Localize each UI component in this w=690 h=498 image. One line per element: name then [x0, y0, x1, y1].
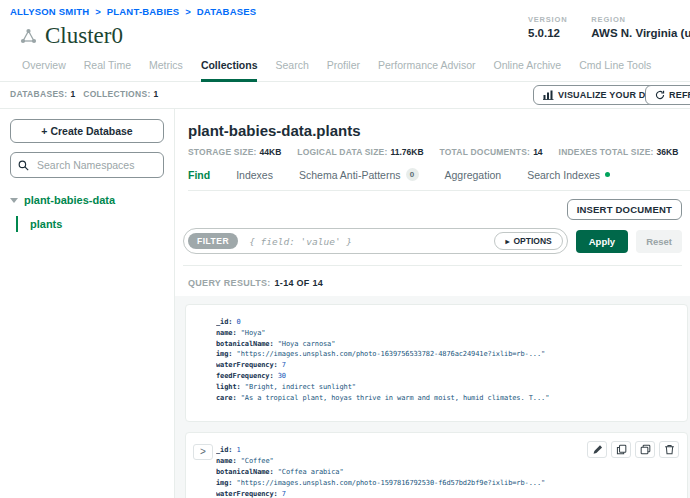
document-field-waterFrequency: waterFrequency: 7 — [216, 489, 677, 498]
stat-label: INDEXES TOTAL SIZE: — [559, 147, 654, 157]
subtab-label: Schema Anti-Patterns — [299, 169, 401, 181]
field-key: feedFrequency — [216, 372, 270, 380]
subtab-find[interactable]: Find — [188, 169, 210, 181]
document-card: > — [185, 432, 688, 498]
subtab-label: Find — [188, 169, 210, 181]
field-value: 30 — [278, 372, 286, 380]
document-actions — [587, 441, 679, 458]
breadcrumb-item-allyson-smith[interactable]: ALLYSON SMITH — [10, 6, 89, 17]
chevron-down-icon[interactable] — [10, 198, 18, 203]
stat-value: 44KB — [260, 147, 282, 157]
refresh-icon — [655, 90, 665, 100]
field-value: "As a tropical plant, hoyas thrive in wa… — [241, 394, 550, 402]
results-area: _id: 0name: "Hoya"botanicalName: "Hoya c… — [175, 296, 690, 498]
breadcrumb-separator: > — [182, 6, 193, 17]
document-field-img: img: "https://images.unsplash.com/photo-… — [216, 349, 677, 360]
field-value: 0 — [237, 318, 241, 326]
document-field-_id: _id: 0 — [216, 317, 677, 328]
field-key: img — [216, 350, 228, 358]
bar-chart-icon — [543, 90, 554, 100]
subtab-badge: 0 — [406, 168, 419, 181]
stat-value: 14 — [533, 147, 542, 157]
filter-input[interactable] — [247, 235, 494, 248]
filter-badge: FILTER — [188, 233, 238, 249]
tab-real-time[interactable]: Real Time — [84, 59, 131, 81]
collection-stat: LOGICAL DATA SIZE:11.76KB — [297, 147, 423, 157]
status-dot — [605, 172, 610, 177]
collection-title: plant-babies-data.plants — [188, 122, 690, 139]
trash-icon — [664, 444, 675, 455]
collection-subtabs: FindIndexesSchema Anti-Patterns0Aggregat… — [188, 168, 690, 191]
expand-document-button[interactable]: > — [193, 444, 213, 460]
collection-name: plants — [30, 218, 62, 230]
field-colon: : — [232, 457, 240, 465]
namespace-counts: DATABASES:1COLLECTIONS:1 — [10, 89, 166, 99]
field-key: _id — [216, 446, 228, 454]
field-value: "Bright, indirect sunlight" — [245, 383, 356, 391]
field-key: _id — [216, 318, 228, 326]
refresh-button[interactable]: REFRESH — [645, 85, 690, 105]
tab-profiler[interactable]: Profiler — [327, 59, 360, 81]
sidebar-item-collection[interactable]: plants — [16, 216, 164, 232]
counts-row: DATABASES:1COLLECTIONS:1 VISUALIZE YOUR … — [0, 82, 690, 109]
namespace-tree: plant-babies-data plants — [10, 194, 164, 232]
field-colon: : — [228, 318, 236, 326]
subtab-search-indexes[interactable]: Search Indexes — [527, 169, 610, 181]
field-value: "Hoya carnosa" — [278, 340, 336, 348]
tab-search[interactable]: Search — [275, 59, 308, 81]
subtab-label: Indexes — [236, 169, 273, 181]
document-fields: _id: 0name: "Hoya"botanicalName: "Hoya c… — [216, 317, 677, 403]
subtab-schema-anti-patterns[interactable]: Schema Anti-Patterns0 — [299, 168, 419, 181]
field-value: 1 — [237, 446, 241, 454]
region-value: AWS N. Virginia (us-east — [591, 27, 690, 39]
tab-collections[interactable]: Collections — [201, 59, 258, 82]
reset-button[interactable]: Reset — [636, 230, 682, 253]
count-value: 1 — [70, 89, 75, 99]
filter-bar[interactable]: FILTER ▸ OPTIONS — [183, 228, 568, 254]
namespace-search-input[interactable] — [35, 158, 156, 172]
field-colon: : — [228, 350, 236, 358]
subtab-aggregation[interactable]: Aggregation — [445, 169, 502, 181]
subtab-label: Aggregation — [445, 169, 502, 181]
tab-online-archive[interactable]: Online Archive — [493, 59, 561, 81]
field-key: waterFrequency — [216, 361, 274, 369]
breadcrumb-item-plant-babies[interactable]: PLANT-BABIES — [107, 6, 180, 17]
stat-value: 36KB — [657, 147, 679, 157]
document-field-light: light: "Bright, indirect sunlight" — [216, 382, 677, 393]
document-field-name: name: "Hoya" — [216, 328, 677, 339]
subtab-label: Search Indexes — [527, 169, 600, 181]
region-block: REGION AWS N. Virginia (us-east — [591, 15, 690, 39]
query-results-label: QUERY RESULTS: — [188, 278, 271, 288]
version-label: VERSION — [528, 15, 567, 24]
cluster-icon — [20, 28, 37, 44]
query-results: QUERY RESULTS:1-14 OF 14 — [188, 278, 690, 288]
delete-document-button[interactable] — [659, 441, 679, 458]
apply-button[interactable]: Apply — [576, 230, 628, 253]
document-field-feedFrequency: feedFrequency: 30 — [216, 371, 677, 382]
field-colon: : — [274, 361, 282, 369]
sidebar-item-database[interactable]: plant-babies-data — [10, 194, 164, 206]
copy-document-button[interactable] — [611, 441, 631, 458]
database-name: plant-babies-data — [24, 194, 115, 206]
field-colon: : — [237, 383, 245, 391]
edit-document-button[interactable] — [587, 441, 607, 458]
create-database-button[interactable]: + Create Database — [10, 119, 164, 143]
subtab-indexes[interactable]: Indexes — [236, 169, 273, 181]
tab-cmd-line-tools[interactable]: Cmd Line Tools — [579, 59, 651, 81]
field-value: "Hoya" — [241, 329, 266, 337]
region-label: REGION — [591, 15, 690, 24]
tab-performance-advisor[interactable]: Performance Advisor — [378, 59, 475, 81]
document-field-waterFrequency: waterFrequency: 7 — [216, 360, 677, 371]
field-colon: : — [270, 340, 278, 348]
tab-metrics[interactable]: Metrics — [149, 59, 183, 81]
field-colon: : — [270, 372, 278, 380]
collection-stat: TOTAL DOCUMENTS:14 — [440, 147, 543, 157]
count-label: COLLECTIONS: — [83, 89, 150, 99]
tab-overview[interactable]: Overview — [22, 59, 66, 81]
field-value: "https://images.unsplash.com/photo-16397… — [237, 350, 546, 358]
clone-document-button[interactable] — [635, 441, 655, 458]
options-button[interactable]: ▸ OPTIONS — [494, 232, 562, 250]
breadcrumb-item-databases[interactable]: DATABASES — [197, 6, 257, 17]
insert-document-button[interactable]: INSERT DOCUMENT — [567, 199, 682, 220]
namespace-search[interactable] — [10, 152, 164, 178]
